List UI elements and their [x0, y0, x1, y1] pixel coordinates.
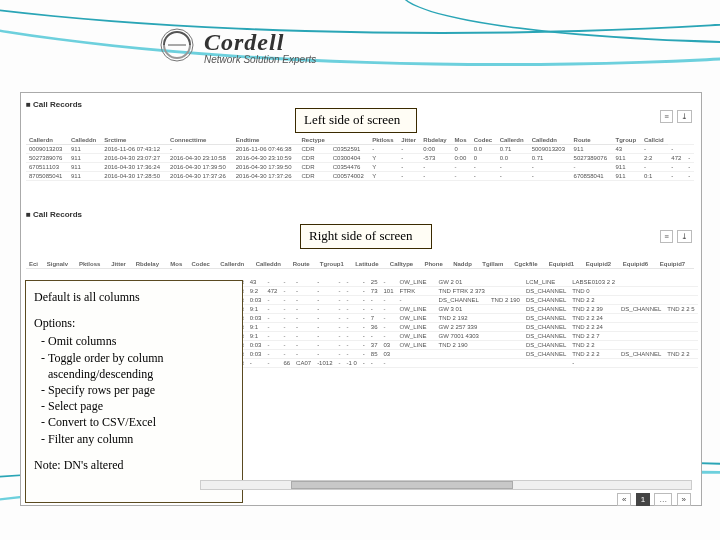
cell: 911 [613, 154, 641, 163]
cell: - [335, 350, 343, 359]
col-header[interactable]: Signalv [44, 260, 76, 269]
slide: Cordell Network Solution Experts ■ Call … [0, 0, 720, 540]
cell: - [368, 305, 381, 314]
col-header[interactable]: Equipid6 [620, 260, 657, 269]
col-header[interactable]: Jitter [108, 260, 132, 269]
col-header[interactable]: Eci [26, 260, 44, 269]
col-header[interactable]: Tgroup [613, 136, 641, 145]
pager-current[interactable]: 1 [636, 493, 650, 506]
col-header[interactable]: Jitter [398, 136, 420, 145]
cell: 101 [381, 287, 397, 296]
table-row[interactable]: 6701 110430:03-------3703OW_LINETND 2 19… [198, 341, 698, 350]
cell: GW 7001 4303 [436, 332, 488, 341]
table-row[interactable]: 50273890769112016-04-30 23:07:272016-04-… [26, 154, 694, 163]
col-header[interactable]: Route [290, 260, 317, 269]
col-header[interactable]: Callerdn [26, 136, 68, 145]
table-row[interactable]: 00090132039112016-11-06 07:43:12-2016-11… [26, 145, 694, 154]
cell: 911 [613, 163, 641, 172]
table-row[interactable]: 6705111039112016-04-30 17:36:242016-04-3… [26, 163, 694, 172]
col-header[interactable]: Calltype [387, 260, 422, 269]
table-row[interactable]: 670078751539:1-------36-OW_LINEGW 2 257 … [198, 323, 698, 332]
col-header[interactable]: Codec [471, 136, 497, 145]
cell: - [397, 296, 430, 305]
col-header[interactable]: Route [571, 136, 613, 145]
cell: 911 [68, 172, 101, 181]
table-row[interactable]: 6701 110330:03----------DS_CHANNELTND 2 … [198, 296, 698, 305]
columns-button[interactable]: ≡ [660, 230, 673, 243]
cell: TND 2 2 2 [569, 350, 618, 359]
table-row[interactable]: 87050850419112016-04-30 17:28:502016-04-… [26, 172, 694, 181]
table-row[interactable]: 670076563639:1---------OW_LINEGW 7001 43… [198, 332, 698, 341]
col-header[interactable]: Rbdelay [133, 260, 168, 269]
col-header[interactable]: Pktloss [369, 136, 398, 145]
cell: GW 3 01 [436, 305, 488, 314]
cell: 911 [613, 172, 641, 181]
cell: - [369, 145, 398, 154]
cell: - [293, 314, 314, 323]
cell: - [343, 296, 359, 305]
col-header[interactable]: Connecttime [167, 136, 233, 145]
col-header[interactable]: Endtime [233, 136, 299, 145]
cell: TND 2 190 [436, 341, 488, 350]
export-button[interactable]: ⤓ [677, 230, 692, 243]
table-row[interactable]: 6701 1503230:03-------7-OW_LINETND 2 192… [198, 314, 698, 323]
cell [488, 278, 523, 287]
cell: TND 2 2 7 [569, 332, 618, 341]
options-item: Filter any column [48, 431, 234, 447]
col-header[interactable]: Calleddn [529, 136, 571, 145]
col-header[interactable]: Pktloss [76, 260, 108, 269]
col-header[interactable]: Latitude [352, 260, 387, 269]
cell: GW 2 01 [436, 278, 488, 287]
cell: CA07 [293, 359, 314, 368]
export-button[interactable]: ⤓ [677, 110, 692, 123]
cell: - [314, 314, 335, 323]
options-item: Convert to CSV/Excel [48, 414, 234, 430]
col-header[interactable]: Mos [452, 136, 471, 145]
cell: - [293, 332, 314, 341]
bottom-pane-controls: ≡ ⤓ [658, 232, 692, 241]
col-header[interactable]: Tgroup1 [317, 260, 352, 269]
cell: DS_CHANNEL [436, 296, 488, 305]
col-header[interactable]: Naddp [450, 260, 479, 269]
col-header[interactable]: Tgillam [479, 260, 511, 269]
col-header[interactable]: Callcid [641, 136, 668, 145]
col-header[interactable]: Equipid1 [546, 260, 583, 269]
col-header[interactable]: Mos [167, 260, 188, 269]
col-header[interactable]: Rbdelay [420, 136, 451, 145]
table-row[interactable]: 6704042313--66CA07-1012--1 0---- [198, 359, 698, 368]
cell: - [569, 359, 618, 368]
cell: - [529, 163, 571, 172]
cell: 9:1 [247, 332, 265, 341]
col-header[interactable] [330, 136, 369, 145]
col-header[interactable]: Calleddn [253, 260, 290, 269]
col-header[interactable]: Cgckfile [511, 260, 546, 269]
col-header[interactable]: Equipid2 [583, 260, 620, 269]
table-row[interactable]: 53995 2303343-------25-OW_LINEGW 2 01LCM… [198, 278, 698, 287]
table-row[interactable]: 6701 110930:03-------8503DS_CHANNELTND 2… [198, 350, 698, 359]
cell: 5027389076 [571, 154, 613, 163]
col-header[interactable]: Srctime [101, 136, 167, 145]
cell: - [343, 341, 359, 350]
cell: - [685, 163, 694, 172]
col-header[interactable]: Codec [189, 260, 218, 269]
cell: - [497, 163, 529, 172]
pager-prev[interactable]: « [617, 493, 631, 506]
logo-tagline: Network Solution Experts [204, 54, 316, 65]
cell [488, 287, 523, 296]
table-row[interactable]: 670070594139:1---------OW_LINEGW 3 01DS_… [198, 305, 698, 314]
col-header[interactable]: Callerdn [497, 136, 529, 145]
columns-button[interactable]: ≡ [660, 110, 673, 123]
table-row[interactable]: 5257387639:2472------73101FTRKTND FTRK 2… [198, 287, 698, 296]
col-header[interactable]: Equipid7 [657, 260, 694, 269]
cell: - [335, 341, 343, 350]
col-header[interactable]: Calleddn [68, 136, 101, 145]
cell: 5009013203 [529, 145, 571, 154]
cell: - [685, 172, 694, 181]
col-header[interactable]: Rectype [299, 136, 330, 145]
cell: TND 2 192 [436, 314, 488, 323]
col-header[interactable]: Callerdn [217, 260, 252, 269]
col-header[interactable]: Phone [421, 260, 450, 269]
horizontal-scrollbar[interactable] [200, 480, 692, 490]
cell: - [360, 314, 368, 323]
pager-next[interactable]: » [677, 493, 691, 506]
